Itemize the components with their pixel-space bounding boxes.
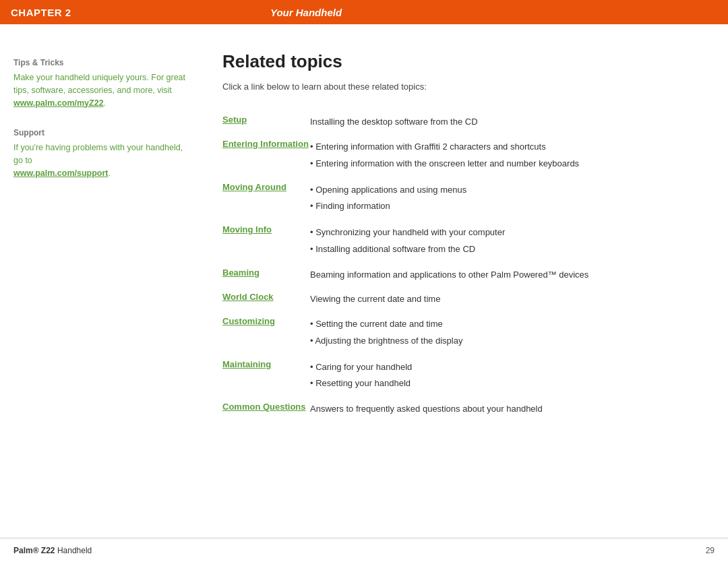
table-row: Common QuestionsAnswers to frequently as… [222,399,715,419]
support-section: Support If you're having problems with y… [13,128,189,179]
support-heading: Support [13,128,189,137]
topic-description: Caring for your handheldResetting your h… [310,356,715,396]
support-link-suffix: . [109,168,111,178]
tips-text: Make your handheld uniquely yours. For g… [13,71,189,109]
topic-description: Installing the desktop software from the… [310,112,715,132]
support-body-text: If you're having problems with your hand… [13,143,183,165]
page-header: CHAPTER 2 Your Handheld [0,0,728,24]
footer-page-number: 29 [706,546,715,555]
topic-label[interactable]: Setup [222,112,310,132]
topic-label[interactable]: World Clock [222,289,310,309]
topic-description: Entering information with Graffiti 2 cha… [310,136,715,175]
topic-description: Beaming information and applications to … [310,265,715,285]
content-area: Related topics Click a link below to lea… [202,51,715,516]
list-item: Entering information with the onscreen l… [310,156,715,173]
page-title: Related topics [222,51,715,72]
table-row: Entering InformationEntering information… [222,136,715,175]
footer-brand: Palm® Z22 Handheld [13,546,92,555]
list-item: Adjusting the brightness of the display [310,333,715,350]
sidebar: Tips & Tricks Make your handheld uniquel… [13,51,202,516]
table-row: CustomizingSetting the current date and … [222,313,715,352]
tips-link-suffix: . [104,98,106,108]
list-item: Installing additional software from the … [310,241,715,258]
topic-description: Opening applications and using menusFind… [310,179,715,218]
footer-brand-text: Palm® Z22 [13,546,55,555]
list-item: Finding information [310,198,715,215]
support-text: If you're having problems with your hand… [13,142,189,179]
list-item: Synchronizing your handheld with your co… [310,224,715,241]
chapter-title: Your Handheld [216,0,728,24]
tips-heading: Tips & Tricks [13,58,189,67]
topic-label[interactable]: Maintaining [222,356,310,396]
topic-label[interactable]: Common Questions [222,399,310,419]
chapter-label: CHAPTER 2 [0,0,216,24]
tips-link[interactable]: www.palm.com/myZ22 [13,98,104,108]
table-row: Moving InfoSynchronizing your handheld w… [222,222,715,261]
table-row: Moving AroundOpening applications and us… [222,179,715,218]
table-row: SetupInstalling the desktop software fro… [222,112,715,132]
topic-label[interactable]: Entering Information [222,136,310,175]
tips-section: Tips & Tricks Make your handheld uniquel… [13,58,189,109]
list-item: Entering information with Graffiti 2 cha… [310,139,715,156]
topic-description: Synchronizing your handheld with your co… [310,222,715,261]
topics-table: SetupInstalling the desktop software fro… [222,112,715,423]
main-content: Tips & Tricks Make your handheld uniquel… [0,24,728,516]
table-row: World ClockViewing the current date and … [222,289,715,309]
list-item: Setting the current date and time [310,316,715,333]
topic-label[interactable]: Customizing [222,313,310,352]
tips-body-text: Make your handheld uniquely yours. For g… [13,73,185,95]
topic-label[interactable]: Moving Info [222,222,310,261]
support-link[interactable]: www.palm.com/support [13,168,109,178]
list-item: Resetting your handheld [310,375,715,392]
topic-label[interactable]: Moving Around [222,179,310,218]
list-item: Caring for your handheld [310,359,715,376]
table-row: BeamingBeaming information and applicati… [222,265,715,285]
topic-description: Setting the current date and timeAdjusti… [310,313,715,352]
topic-description: Answers to frequently asked questions ab… [310,399,715,419]
topic-label[interactable]: Beaming [222,265,310,285]
table-row: MaintainingCaring for your handheldReset… [222,356,715,396]
spacer-row [222,419,715,423]
page-footer: Palm® Z22 Handheld 29 [0,538,728,562]
topic-description: Viewing the current date and time [310,289,715,309]
content-subtitle: Click a link below to learn about these … [222,82,715,92]
list-item: Opening applications and using menus [310,182,715,199]
footer-brand-suffix: Handheld [57,546,92,555]
